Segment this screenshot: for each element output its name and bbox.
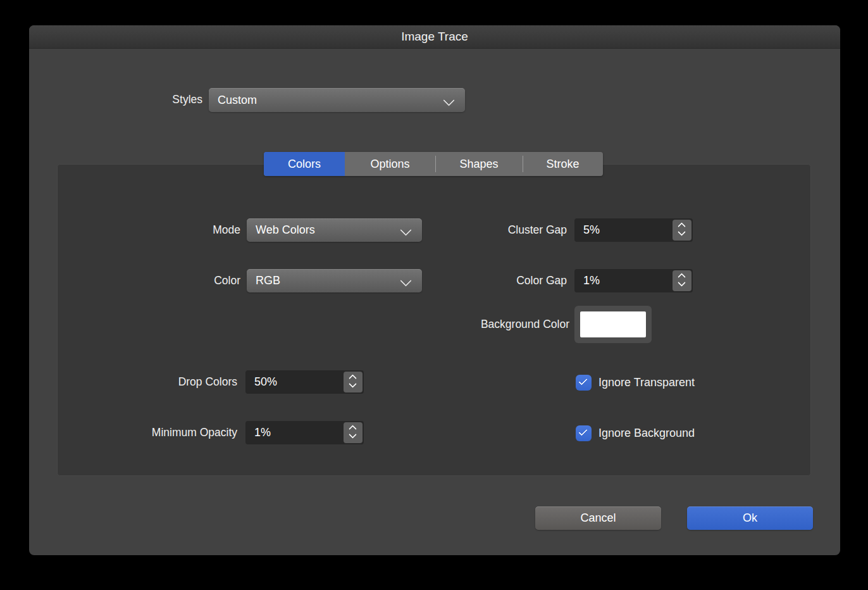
color-gap-value: 1% (583, 269, 600, 292)
minimum-opacity-stepper[interactable] (344, 422, 363, 443)
window-title: Image Trace (401, 30, 468, 44)
chevron-down-icon (444, 96, 454, 105)
chevron-down-icon (350, 432, 356, 437)
chevron-down-icon (679, 280, 685, 286)
chevron-down-icon (401, 276, 411, 286)
color-gap-field[interactable]: 1% (574, 269, 693, 292)
tab-divider (523, 156, 523, 172)
tab-stroke[interactable]: Stroke (523, 152, 603, 176)
image-trace-dialog: Image Trace Styles Custom Colors Options… (29, 25, 840, 555)
ignore-background-label: Ignore Background (598, 427, 695, 440)
chevron-down-icon (401, 225, 411, 235)
styles-dropdown-value: Custom (209, 94, 444, 107)
minimum-opacity-label: Minimum Opacity (98, 421, 237, 444)
mode-dropdown-value: Web Colors (247, 223, 401, 237)
color-dropdown[interactable]: RGB (247, 269, 422, 292)
color-label: Color (114, 269, 240, 292)
drop-colors-value: 50% (254, 370, 277, 394)
drop-colors-label: Drop Colors (111, 370, 237, 394)
ignore-background-checkbox[interactable] (576, 425, 592, 441)
mode-label: Mode (114, 218, 240, 242)
tab-bar: Colors Options Shapes Stroke (264, 152, 603, 176)
cluster-gap-value: 5% (583, 218, 600, 242)
ignore-transparent-checkbox[interactable] (576, 375, 592, 391)
drop-colors-stepper[interactable] (344, 372, 363, 392)
chevron-down-icon (350, 381, 356, 387)
color-gap-stepper[interactable] (673, 270, 691, 291)
ok-button[interactable]: Ok (687, 506, 813, 530)
tab-colors[interactable]: Colors (264, 152, 345, 176)
styles-dropdown[interactable]: Custom (209, 88, 465, 112)
ignore-background-row[interactable]: Ignore Background (576, 425, 695, 441)
drop-colors-field[interactable]: 50% (245, 370, 364, 394)
cluster-gap-label: Cluster Gap (440, 218, 567, 242)
cluster-gap-field[interactable]: 5% (574, 218, 693, 242)
minimum-opacity-value: 1% (254, 421, 271, 444)
color-gap-label: Color Gap (440, 269, 567, 292)
styles-label: Styles (92, 88, 202, 111)
ignore-transparent-row[interactable]: Ignore Transparent (576, 374, 695, 391)
cluster-gap-stepper[interactable] (673, 220, 691, 241)
tab-options[interactable]: Options (345, 152, 435, 176)
tab-shapes[interactable]: Shapes (435, 152, 523, 176)
tab-divider (435, 156, 436, 172)
background-color-well[interactable] (574, 306, 652, 343)
mode-dropdown[interactable]: Web Colors (247, 218, 422, 242)
ignore-transparent-label: Ignore Transparent (598, 376, 695, 389)
cancel-button[interactable]: Cancel (535, 506, 661, 530)
background-color-swatch (580, 311, 646, 337)
checkmark-icon (578, 376, 587, 385)
title-bar[interactable]: Image Trace (29, 25, 840, 49)
checkmark-icon (578, 427, 587, 436)
minimum-opacity-field[interactable]: 1% (245, 421, 364, 444)
color-dropdown-value: RGB (247, 274, 401, 287)
chevron-down-icon (679, 229, 685, 235)
background-color-label: Background Color (411, 306, 569, 343)
